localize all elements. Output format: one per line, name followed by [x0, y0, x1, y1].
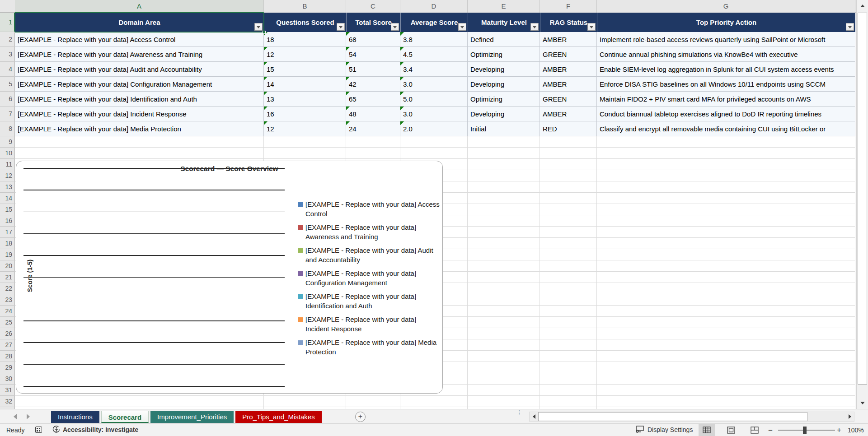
cell-F3[interactable]: GREEN: [540, 47, 597, 62]
row-header-2[interactable]: 2: [0, 32, 15, 47]
cell-C2[interactable]: 68: [346, 32, 400, 47]
legend-item[interactable]: [EXAMPLE - Replace with your data] Acces…: [298, 200, 447, 218]
cell-C4[interactable]: 51: [346, 62, 400, 77]
row-header-11[interactable]: 11: [0, 159, 15, 170]
display-settings-button[interactable]: Display Settings: [635, 426, 693, 433]
row-header-24[interactable]: 24: [0, 306, 15, 317]
legend-item[interactable]: [EXAMPLE - Replace with your data] Audit…: [298, 246, 447, 264]
sheet-tab-scorecard[interactable]: Scorecard: [101, 411, 149, 423]
row-header-31[interactable]: 31: [0, 385, 15, 396]
row-header-5[interactable]: 5: [0, 77, 15, 92]
cell-C3[interactable]: 54: [346, 47, 400, 62]
row-header-3[interactable]: 3: [0, 47, 15, 62]
cell-F6[interactable]: GREEN: [540, 92, 597, 107]
cell-B4[interactable]: 15: [264, 62, 346, 77]
zoom-slider-handle[interactable]: [803, 427, 807, 434]
row-header-27[interactable]: 27: [0, 339, 15, 351]
row-header-23[interactable]: 23: [0, 294, 15, 306]
cell-C7[interactable]: 48: [346, 107, 400, 121]
accessibility-status[interactable]: Accessibility: Investigate: [52, 426, 138, 433]
horizontal-scrollbar[interactable]: [529, 412, 854, 422]
table-header-domain-area[interactable]: Domain Area: [15, 13, 264, 32]
filter-dropdown-button[interactable]: [530, 23, 539, 31]
cell-F5[interactable]: AMBER: [540, 77, 597, 92]
scroll-left-arrow-icon[interactable]: [530, 412, 538, 421]
cell-G6[interactable]: Maintain FIDO2 + PIV smart card MFA for …: [597, 92, 855, 107]
filter-dropdown-button[interactable]: [391, 23, 399, 31]
row-header-4[interactable]: 4: [0, 62, 15, 77]
cell-E4[interactable]: Developing: [468, 62, 540, 77]
legend-item[interactable]: [EXAMPLE - Replace with your data]Config…: [298, 269, 447, 288]
filter-dropdown-button[interactable]: [587, 23, 596, 31]
view-normal-button[interactable]: [699, 424, 715, 436]
cell-D6[interactable]: 5.0: [400, 92, 468, 107]
row-header-20[interactable]: 20: [0, 260, 15, 272]
cell-A4[interactable]: [EXAMPLE - Replace with your data] Audit…: [15, 62, 264, 77]
table-header-rag-status[interactable]: RAG Status: [540, 13, 597, 32]
cell-G7[interactable]: Conduct biannual tabletop exercises alig…: [597, 107, 855, 121]
cell-A2[interactable]: [EXAMPLE - Replace with your data] Acces…: [15, 32, 264, 47]
macro-record-icon[interactable]: [35, 427, 42, 433]
column-header-C[interactable]: C: [346, 0, 400, 13]
cell-B7[interactable]: 16: [264, 107, 346, 121]
column-header-A[interactable]: A: [15, 0, 264, 13]
legend-item[interactable]: [EXAMPLE - Replace with your data] Media…: [298, 338, 447, 357]
cell-F8[interactable]: RED: [540, 121, 597, 136]
cell-G5[interactable]: Enforce DISA STIG baselines on all Windo…: [597, 77, 855, 92]
cell-B3[interactable]: 12: [264, 47, 346, 62]
row-header-30[interactable]: 30: [0, 373, 15, 385]
cell-F4[interactable]: AMBER: [540, 62, 597, 77]
tab-splitter-handle[interactable]: ⁞: [517, 411, 521, 415]
row-header-26[interactable]: 26: [0, 328, 15, 339]
cell-G8[interactable]: Classify and encrypt all removable media…: [597, 121, 855, 136]
row-header-9[interactable]: 9: [0, 136, 15, 148]
cell-D4[interactable]: 3.4: [400, 62, 468, 77]
row-header-6[interactable]: 6: [0, 92, 15, 107]
filter-dropdown-button[interactable]: [846, 23, 854, 31]
row-header-22[interactable]: 22: [0, 283, 15, 294]
cell-A8[interactable]: [EXAMPLE - Replace with your data] Media…: [15, 121, 264, 136]
row-header-18[interactable]: 18: [0, 238, 15, 249]
filter-dropdown-button[interactable]: [458, 23, 466, 31]
legend-item[interactable]: [EXAMPLE - Replace with your data]Identi…: [298, 292, 447, 311]
tab-scroll-left-icon[interactable]: [14, 414, 17, 419]
vertical-scrollbar[interactable]: [856, 0, 868, 409]
cell-A7[interactable]: [EXAMPLE - Replace with your data] Incid…: [15, 107, 264, 121]
new-sheet-button[interactable]: +: [355, 412, 366, 422]
row-header-32[interactable]: 32: [0, 396, 15, 407]
column-header-D[interactable]: D: [400, 0, 468, 13]
scroll-right-arrow-icon[interactable]: [845, 412, 854, 421]
row-header-28[interactable]: 28: [0, 351, 15, 362]
cell-E3[interactable]: Optimizing: [468, 47, 540, 62]
filter-dropdown-button[interactable]: [337, 23, 345, 31]
column-header-B[interactable]: B: [264, 0, 346, 13]
scroll-up-arrow-icon[interactable]: [857, 0, 868, 12]
row-header-14[interactable]: 14: [0, 193, 15, 204]
cell-E6[interactable]: Optimizing: [468, 92, 540, 107]
cell-A5[interactable]: [EXAMPLE - Replace with your data] Confi…: [15, 77, 264, 92]
cell-B6[interactable]: 13: [264, 92, 346, 107]
zoom-out-button[interactable]: −: [768, 426, 773, 435]
cell-A6[interactable]: [EXAMPLE - Replace with your data] Ident…: [15, 92, 264, 107]
sheet-tab-improvement_priorities[interactable]: Improvement_Priorities: [150, 411, 234, 423]
sheet-tab-pro_tips_and_mistakes[interactable]: Pro_Tips_and_Mistakes: [235, 411, 321, 423]
cell-D3[interactable]: 4.5: [400, 47, 468, 62]
table-header-total-score[interactable]: Total Score: [346, 13, 400, 32]
cell-D2[interactable]: 3.8: [400, 32, 468, 47]
cell-F2[interactable]: AMBER: [540, 32, 597, 47]
cell-B5[interactable]: 14: [264, 77, 346, 92]
cell-C6[interactable]: 65: [346, 92, 400, 107]
row-header-19[interactable]: 19: [0, 249, 15, 260]
cell-D8[interactable]: 2.0: [400, 121, 468, 136]
sheet-tab-instructions[interactable]: Instructions: [51, 411, 99, 423]
cell-C8[interactable]: 24: [346, 121, 400, 136]
horizontal-scrollbar-thumb[interactable]: [538, 412, 807, 421]
row-header-13[interactable]: 13: [0, 181, 15, 193]
row-header-15[interactable]: 15: [0, 204, 15, 215]
zoom-in-button[interactable]: +: [837, 426, 841, 435]
table-header-average-score[interactable]: Average Score: [400, 13, 468, 32]
cell-E7[interactable]: Developing: [468, 107, 540, 121]
cell-D7[interactable]: 3.0: [400, 107, 468, 121]
column-header-G[interactable]: G: [597, 0, 855, 13]
row-header-8[interactable]: 8: [0, 121, 15, 136]
